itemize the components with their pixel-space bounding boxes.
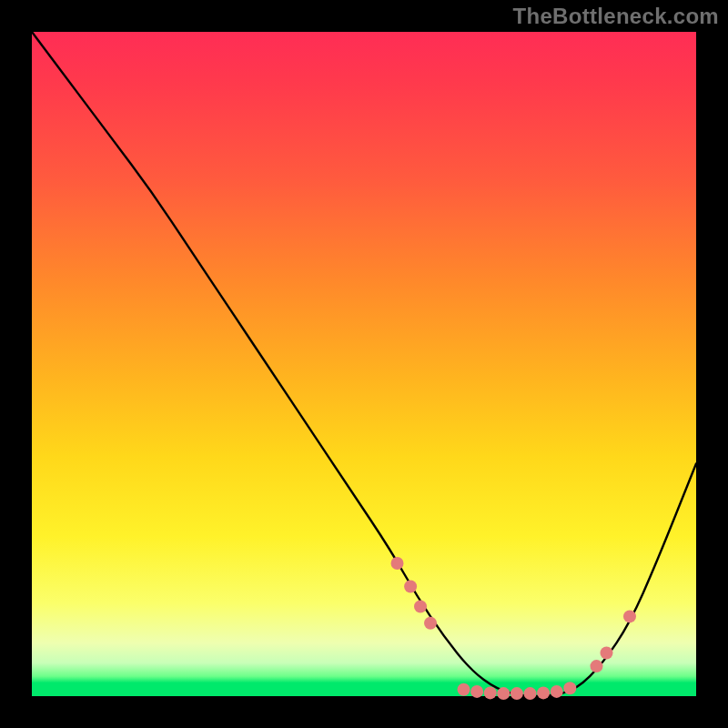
watermark-text: TheBottleneck.com <box>513 4 719 29</box>
data-marker <box>551 685 563 698</box>
chart-frame: TheBottleneck.com <box>0 0 728 728</box>
plot-area <box>32 32 696 696</box>
data-marker <box>458 683 470 696</box>
data-marker <box>563 682 576 694</box>
data-marker <box>414 601 427 613</box>
data-marker <box>404 581 417 593</box>
curve-layer <box>32 32 696 696</box>
data-marker <box>524 687 537 700</box>
marker-group <box>391 557 637 700</box>
data-marker <box>623 610 636 622</box>
data-marker <box>497 687 510 700</box>
data-marker <box>601 647 613 660</box>
data-marker <box>537 686 550 699</box>
data-marker <box>470 685 483 698</box>
data-marker <box>484 686 497 699</box>
data-marker <box>511 687 523 700</box>
data-marker <box>391 557 404 570</box>
data-marker <box>591 660 603 672</box>
bottleneck-curve <box>32 32 696 696</box>
data-marker <box>424 617 437 630</box>
